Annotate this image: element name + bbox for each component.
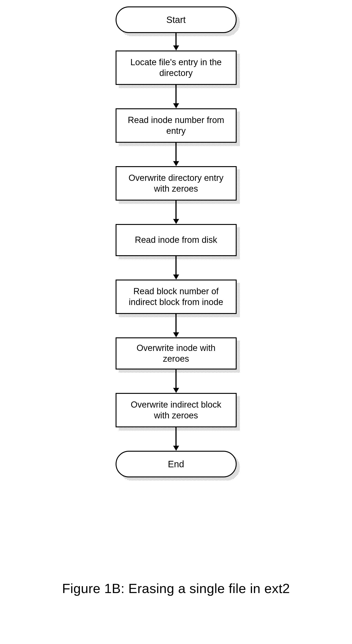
terminator-end: End [116, 451, 237, 478]
step-7-node: Overwrite indirect block with zeroes [116, 393, 237, 427]
step-label: Read inode number from entry [122, 115, 230, 136]
step-label: Overwrite inode with zeroes [122, 343, 230, 364]
step-5-node: Read block number of indirect block from… [116, 280, 237, 314]
process-step-5: Read block number of indirect block from… [116, 280, 237, 314]
end-node: End [116, 451, 237, 478]
process-step-1: Locate file's entry in the directory [116, 50, 237, 85]
step-3-node: Overwrite directory entry with zeroes [116, 166, 237, 200]
process-step-6: Overwrite inode with zeroes [116, 338, 237, 370]
step-6-node: Overwrite inode with zeroes [116, 338, 237, 370]
flowchart: Start Locate file's entry in the directo… [0, 6, 352, 478]
caption-text: Figure 1B: Erasing a single file in ext2 [62, 581, 290, 596]
step-4-node: Read inode from disk [116, 224, 237, 256]
terminator-start: Start [116, 6, 237, 33]
step-label: Overwrite indirect block with zeroes [122, 399, 230, 421]
end-label: End [168, 459, 184, 469]
process-step-4: Read inode from disk [116, 224, 237, 256]
step-label: Read block number of indirect block from… [122, 286, 230, 308]
step-label: Overwrite directory entry with zeroes [122, 172, 230, 194]
figure-caption: Figure 1B: Erasing a single file in ext2 [0, 581, 352, 596]
process-step-2: Read inode number from entry [116, 108, 237, 143]
step-label: Locate file's entry in the directory [122, 57, 230, 79]
start-node: Start [116, 6, 237, 33]
process-step-7: Overwrite indirect block with zeroes [116, 393, 237, 427]
step-label: Read inode from disk [135, 234, 217, 246]
page: Start Locate file's entry in the directo… [0, 0, 352, 644]
step-2-node: Read inode number from entry [116, 108, 237, 143]
start-label: Start [166, 15, 186, 25]
process-step-3: Overwrite directory entry with zeroes [116, 166, 237, 200]
step-1-node: Locate file's entry in the directory [116, 50, 237, 85]
